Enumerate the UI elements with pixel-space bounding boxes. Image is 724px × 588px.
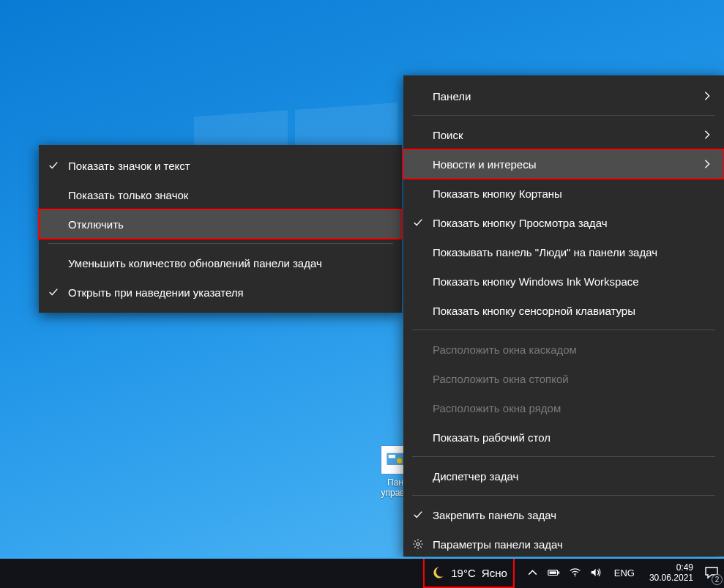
svg-rect-6 <box>549 571 556 573</box>
menu-item-show-cortana-button[interactable]: Показать кнопку Кортаны <box>403 179 724 208</box>
weather-temperature: 19°C <box>451 567 476 579</box>
check-icon <box>39 287 68 297</box>
menu-item-label: Показать кнопку Кортаны <box>433 187 712 200</box>
gear-icon <box>403 538 433 550</box>
news-interests-submenu: Показать значок и текст Показать только … <box>39 145 402 313</box>
menu-item-taskbar-settings[interactable]: Параметры панели задач <box>403 529 724 559</box>
chevron-right-icon <box>695 130 712 140</box>
menu-item-label: Открыть при наведении указателя <box>68 286 390 299</box>
taskbar-clock[interactable]: 0:49 30.06.2021 <box>643 562 699 583</box>
submenu-item-show-icon-only[interactable]: Показать только значок <box>39 180 402 209</box>
menu-item-label: Показывать панель "Люди" на панели задач <box>433 246 712 258</box>
weather-description: Ясно <box>482 567 507 579</box>
menu-item-label: Показать кнопку сенсорной клавиатуры <box>433 305 712 317</box>
menu-separator <box>48 243 393 244</box>
volume-icon[interactable] <box>590 567 602 579</box>
chevron-right-icon <box>695 91 712 101</box>
notification-badge: 2 <box>712 574 723 585</box>
menu-item-news-and-interests[interactable]: Новости и интересы <box>403 149 724 179</box>
check-icon <box>403 217 433 228</box>
menu-item-show-ink-workspace[interactable]: Показать кнопку Windows Ink Workspace <box>403 267 724 296</box>
menu-item-toolbars[interactable]: Панели <box>403 81 724 111</box>
menu-item-lock-taskbar[interactable]: Закрепить панель задач <box>403 500 724 529</box>
submenu-item-turn-off[interactable]: Отключить <box>39 209 402 239</box>
menu-item-label: Диспетчер задач <box>433 470 712 483</box>
menu-item-stack-windows: Расположить окна стопкой <box>403 364 724 393</box>
moon-icon <box>430 565 445 580</box>
system-tray: ENG <box>515 557 643 588</box>
clock-time: 0:49 <box>676 562 693 573</box>
menu-item-show-people[interactable]: Показывать панель "Люди" на панели задач <box>403 237 724 267</box>
menu-item-show-task-view-button[interactable]: Показать кнопку Просмотра задач <box>403 208 724 237</box>
action-center-button[interactable]: 2 <box>699 557 724 588</box>
taskbar-context-menu: Панели Поиск Новости и интересы Показать… <box>403 75 724 557</box>
submenu-item-show-icon-and-text[interactable]: Показать значок и текст <box>39 151 402 180</box>
menu-item-label: Расположить окна стопкой <box>433 373 712 385</box>
svg-point-7 <box>574 576 575 577</box>
svg-point-3 <box>417 543 419 546</box>
menu-item-label: Новости и интересы <box>433 158 695 171</box>
submenu-item-reduce-updates[interactable]: Уменьшить количество обновлений панели з… <box>39 248 402 278</box>
menu-item-task-manager[interactable]: Диспетчер задач <box>403 461 724 491</box>
svg-rect-5 <box>558 571 559 573</box>
menu-item-label: Отключить <box>68 218 390 231</box>
menu-item-side-by-side: Расположить окна рядом <box>403 393 724 423</box>
menu-item-label: Расположить окна рядом <box>433 402 712 414</box>
menu-item-label: Показать кнопку Просмотра задач <box>433 217 712 229</box>
check-icon <box>403 510 433 520</box>
menu-item-cascade-windows: Расположить окна каскадом <box>403 335 724 364</box>
menu-item-label: Показать только значок <box>68 189 390 201</box>
language-indicator[interactable]: ENG <box>611 567 638 578</box>
menu-item-label: Уменьшить количество обновлений панели з… <box>68 257 390 269</box>
menu-item-show-desktop[interactable]: Показать рабочий стол <box>403 423 724 452</box>
menu-separator <box>412 330 715 330</box>
menu-item-label: Показать значок и текст <box>68 160 390 172</box>
menu-item-label: Поиск <box>433 129 695 141</box>
tray-overflow-icon[interactable] <box>526 567 539 579</box>
menu-separator <box>412 115 715 116</box>
svg-rect-1 <box>389 455 395 458</box>
menu-item-label: Показать кнопку Windows Ink Workspace <box>433 275 712 288</box>
menu-item-label: Параметры панели задач <box>433 538 712 551</box>
battery-icon[interactable] <box>548 567 560 579</box>
menu-item-label: Расположить окна каскадом <box>433 343 712 356</box>
menu-item-show-touch-keyboard[interactable]: Показать кнопку сенсорной клавиатуры <box>403 296 724 325</box>
menu-item-search[interactable]: Поиск <box>403 120 724 149</box>
submenu-item-open-on-hover[interactable]: Открыть при наведении указателя <box>39 278 402 307</box>
svg-point-2 <box>397 458 402 464</box>
menu-item-label: Панели <box>433 90 695 103</box>
taskbar-weather-widget[interactable]: 19°C Ясно <box>423 557 514 588</box>
menu-item-label: Показать рабочий стол <box>433 431 712 444</box>
menu-separator <box>412 495 715 496</box>
menu-item-label: Закрепить панель задач <box>433 509 712 521</box>
taskbar: 19°C Ясно ENG 0:49 30.06.2021 2 <box>0 557 724 588</box>
chevron-right-icon <box>695 159 712 169</box>
wifi-icon[interactable] <box>569 567 581 579</box>
clock-date: 30.06.2021 <box>649 573 693 583</box>
menu-separator <box>412 456 715 457</box>
check-icon <box>39 160 68 171</box>
